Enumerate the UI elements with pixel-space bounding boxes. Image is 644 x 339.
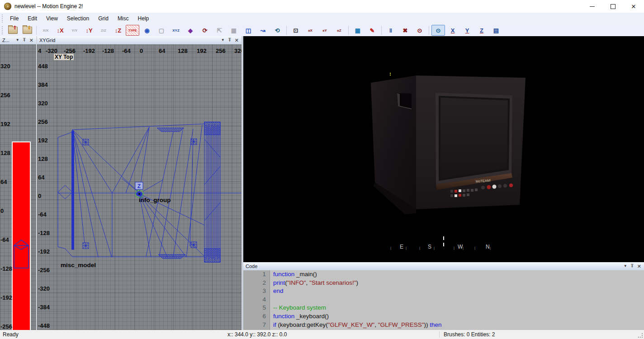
compass-tick: | bbox=[419, 246, 420, 250]
vector-icon[interactable]: ↝ bbox=[256, 25, 270, 36]
measure-icon[interactable]: ‖ bbox=[384, 25, 398, 36]
compass-tick: | bbox=[474, 246, 475, 250]
menu-item-grid[interactable]: Grid bbox=[94, 14, 113, 23]
scale-icon[interactable]: ⊡ bbox=[289, 25, 303, 36]
compass-center-marker bbox=[443, 236, 444, 240]
compass-tick: | bbox=[390, 246, 391, 250]
entity-label: info_group bbox=[139, 197, 171, 203]
workspace: Z... ▼ Ŧ ✕ 320256192128640-64-128-192-25… bbox=[0, 36, 644, 330]
z-grid-view[interactable]: 320256192128640-64-128-192-256 bbox=[0, 44, 36, 330]
code-line[interactable]: 2print("INFO", "Start scenarios!") bbox=[243, 279, 644, 287]
rotate-entity-icon[interactable]: ⊙ bbox=[413, 25, 426, 36]
line-number: 2 bbox=[243, 279, 266, 287]
texture-view-icon[interactable]: ▦ bbox=[227, 25, 241, 36]
mirror-x-icon[interactable]: X/X bbox=[39, 25, 52, 36]
ruler-label: -256 bbox=[0, 324, 12, 330]
script-list-icon[interactable]: ▤ bbox=[489, 25, 503, 36]
tv-model: MoTEAM! bbox=[362, 68, 534, 217]
axis-y-icon[interactable]: Y bbox=[460, 25, 474, 36]
menu-grip-handle[interactable] bbox=[1, 14, 4, 23]
3d-viewport[interactable]: MoTEAM! ESWN|||||||| bbox=[243, 36, 644, 262]
xy-panel-header[interactable]: XYGrid ▼ Ŧ ✕ bbox=[37, 36, 242, 45]
line-number: 1 bbox=[243, 270, 266, 279]
application-window: newlevel -- Motion Engine 2! ✕ FileEditV… bbox=[0, 0, 644, 339]
pin-icon[interactable]: Ŧ bbox=[23, 38, 26, 42]
grid-snap-icon[interactable]: ▦ bbox=[351, 25, 365, 36]
menu-item-help[interactable]: Help bbox=[133, 14, 154, 23]
plus-minus-y-icon[interactable]: ±Y bbox=[318, 25, 331, 36]
line-number: 4 bbox=[243, 296, 266, 304]
menu-item-file[interactable]: File bbox=[5, 14, 23, 23]
toolbar-separator bbox=[286, 26, 287, 35]
xyz-axes-icon[interactable]: XYZ bbox=[169, 25, 183, 36]
mirror-z-icon[interactable]: Z/Z bbox=[97, 25, 110, 36]
code-panel: Code ▼ Ŧ ✕ 1function _main()2print("INFO… bbox=[243, 262, 644, 330]
wireframe-model: Z info_group misc_model bbox=[37, 44, 242, 330]
ruler-label: 192 bbox=[0, 121, 10, 127]
paint-icon[interactable]: ✎ bbox=[365, 25, 379, 36]
xy-panel-title: XYGrid bbox=[37, 38, 221, 43]
toolbar-separator bbox=[429, 26, 429, 35]
chevron-down-icon[interactable]: ▼ bbox=[221, 38, 225, 42]
export-icon[interactable]: ⇓ bbox=[20, 25, 34, 36]
gizmo-axis-letter: Z bbox=[137, 183, 141, 189]
close-icon[interactable]: ✕ bbox=[235, 38, 239, 42]
pin-icon[interactable]: Ŧ bbox=[631, 264, 634, 268]
toolbar: ⇑⇓X/X↕XY/Y↕YZ/Z↕ZTYPE◉▢XYZ◆⟳⇱▦◫↝⟲⊡±X±Y±Z… bbox=[0, 24, 644, 36]
compass-e: E bbox=[400, 244, 403, 250]
z-panel-header[interactable]: Z... ▼ Ŧ ✕ bbox=[0, 36, 36, 45]
menu-bar: FileEditViewSelectionGridMiscHelp bbox=[0, 13, 644, 24]
rotate-mode-icon[interactable]: ⊙ bbox=[431, 25, 445, 36]
axis-z-icon[interactable]: Z bbox=[475, 25, 488, 36]
menu-item-edit[interactable]: Edit bbox=[23, 14, 42, 23]
code-line[interactable]: 3end bbox=[243, 287, 644, 296]
menu-item-misc[interactable]: Misc bbox=[113, 14, 133, 23]
close-icon[interactable]: ✕ bbox=[637, 264, 641, 268]
mouse-select-icon[interactable]: ◉ bbox=[140, 25, 154, 36]
status-coordinates: x:: 344.0 y:: 392.0 z:: 0.0 bbox=[227, 331, 287, 338]
ruler-label: 256 bbox=[0, 92, 10, 99]
solid-view-icon[interactable]: ◆ bbox=[184, 25, 197, 36]
node-link-icon[interactable]: ◫ bbox=[242, 25, 255, 36]
code-line[interactable]: 7if (keyboard:getKey("GLFW_KEY_W", "GLFW… bbox=[243, 321, 644, 330]
status-ready: Ready bbox=[3, 331, 19, 338]
maximize-button[interactable] bbox=[602, 0, 623, 13]
move-z-icon[interactable]: ↕Z bbox=[111, 25, 125, 36]
import-icon[interactable]: ⇑ bbox=[6, 25, 19, 36]
code-line[interactable]: 1function _main() bbox=[243, 270, 644, 279]
plus-minus-x-icon[interactable]: ±X bbox=[303, 25, 317, 36]
move-x-icon[interactable]: ↕X bbox=[53, 25, 67, 36]
delete-icon[interactable]: ✖ bbox=[398, 25, 412, 36]
z-view-panel: Z... ▼ Ŧ ✕ 320256192128640-64-128-192-25… bbox=[0, 36, 36, 330]
code-line[interactable]: 4 bbox=[243, 296, 644, 304]
compass-tick: | bbox=[434, 246, 435, 250]
paste-special-icon[interactable]: ⇱ bbox=[213, 25, 226, 36]
camera-rotate-icon[interactable]: ⟳ bbox=[198, 25, 212, 36]
orbit-icon[interactable]: ⟲ bbox=[270, 25, 284, 36]
close-button[interactable]: ✕ bbox=[623, 0, 644, 13]
chevron-down-icon[interactable]: ▼ bbox=[16, 38, 19, 42]
code-panel-header[interactable]: Code ▼ Ŧ ✕ bbox=[243, 262, 644, 271]
code-line[interactable]: 5-- Keyboard system bbox=[243, 304, 644, 312]
type-brush-icon[interactable]: TYPE bbox=[126, 25, 139, 36]
code-editor[interactable]: 1function _main()2print("INFO", "Start s… bbox=[243, 270, 644, 330]
code-line[interactable]: 6function _keyboard() bbox=[243, 312, 644, 321]
xy-grid-view[interactable]: 4-320-256-192-128-64064128192256320 4483… bbox=[37, 44, 242, 330]
marquee-select-icon[interactable]: ▢ bbox=[155, 25, 168, 36]
plus-minus-z-icon[interactable]: ±Z bbox=[332, 25, 346, 36]
compass-tick: | bbox=[463, 246, 464, 250]
mirror-y-icon[interactable]: Y/Y bbox=[68, 25, 81, 36]
toolbar-grip-handle[interactable] bbox=[1, 26, 4, 34]
menu-item-view[interactable]: View bbox=[42, 14, 62, 23]
minimize-button[interactable] bbox=[582, 0, 602, 13]
close-icon[interactable]: ✕ bbox=[29, 38, 33, 42]
menu-item-selection[interactable]: Selection bbox=[62, 14, 94, 23]
chevron-down-icon[interactable]: ▼ bbox=[624, 264, 627, 268]
move-y-icon[interactable]: ↕Y bbox=[82, 25, 96, 36]
axis-x-icon[interactable]: X bbox=[446, 25, 459, 36]
z-selection-cube bbox=[0, 44, 36, 330]
title-bar: newlevel -- Motion Engine 2! ✕ bbox=[0, 0, 644, 13]
resize-grip[interactable] bbox=[638, 333, 643, 338]
pin-icon[interactable]: Ŧ bbox=[228, 38, 231, 42]
ruler-label: 0 bbox=[0, 208, 4, 214]
